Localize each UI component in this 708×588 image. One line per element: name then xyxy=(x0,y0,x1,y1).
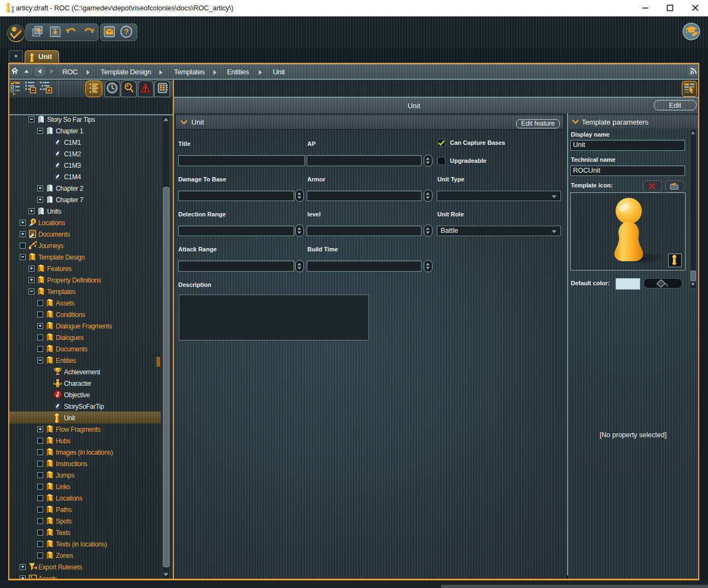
svg-text:?: ? xyxy=(124,27,129,36)
